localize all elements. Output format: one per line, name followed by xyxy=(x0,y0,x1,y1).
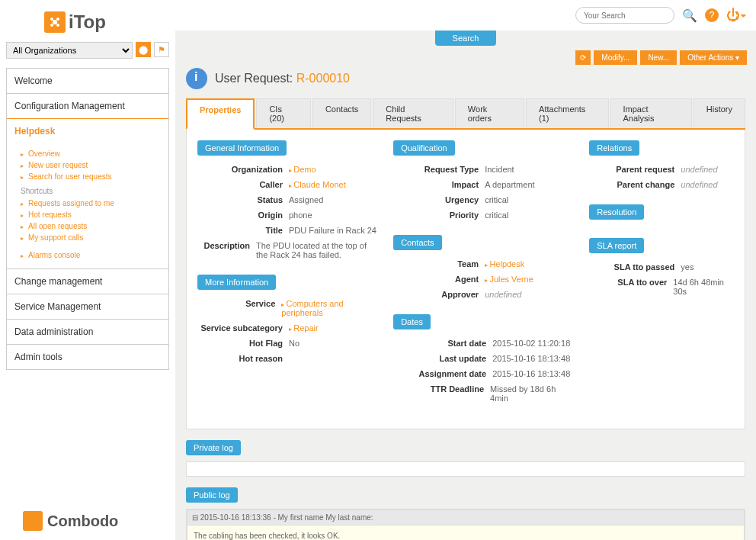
submenu-overview[interactable]: Overview xyxy=(28,149,60,158)
modify-button[interactable]: Modify... xyxy=(594,50,637,65)
org-select[interactable]: All Organizations xyxy=(6,42,133,59)
menu-helpdesk[interactable]: Helpdesk xyxy=(7,118,168,144)
section-dates: Dates xyxy=(393,314,431,329)
search-input[interactable] xyxy=(575,7,674,24)
help-icon[interactable]: ? xyxy=(705,8,719,22)
other-actions-button[interactable]: Other Actions ▾ xyxy=(680,50,747,65)
tab-attachments[interactable]: Attachments (1) xyxy=(526,98,608,128)
subcat-link[interactable]: Repair xyxy=(289,323,319,333)
section-public-log: Public log xyxy=(186,487,238,503)
page-title: User Request: R-000010 xyxy=(186,68,745,89)
search-toggle[interactable]: Search xyxy=(435,31,496,46)
submenu-alarms[interactable]: Alarms console xyxy=(28,251,80,259)
request-icon xyxy=(186,68,207,89)
submenu-hot[interactable]: Hot requests xyxy=(28,211,72,219)
tab-child[interactable]: Child Requests xyxy=(373,98,453,128)
logo-icon xyxy=(44,11,66,33)
refresh-button[interactable]: ⟳ xyxy=(575,50,591,65)
section-contacts: Contacts xyxy=(393,235,441,250)
tab-properties[interactable]: Properties xyxy=(186,98,255,130)
topbar: 🔍 ? ⏻▾ xyxy=(175,0,756,31)
tab-history[interactable]: History xyxy=(694,98,745,128)
footer-logo: Combodo xyxy=(23,511,118,531)
log-entry-header[interactable]: 2015-10-16 18:13:36 - My first name My l… xyxy=(187,509,745,526)
search-icon[interactable]: 🔍 xyxy=(682,8,697,23)
tab-impact[interactable]: Impact Analysis xyxy=(610,98,692,128)
menu-service[interactable]: Service Management xyxy=(7,294,168,320)
logo: iTop xyxy=(44,11,169,33)
submenu-mycalls[interactable]: My support calls xyxy=(28,233,83,242)
team-link[interactable]: Helpdesk xyxy=(485,259,524,268)
agent-link[interactable]: Jules Verne xyxy=(485,275,533,284)
caller-link[interactable]: Claude Monet xyxy=(289,180,346,189)
tabs: Properties CIs (20) Contacts Child Reque… xyxy=(186,98,745,130)
tab-contacts[interactable]: Contacts xyxy=(312,98,371,128)
section-resolution: Resolution xyxy=(589,204,644,220)
submenu-open[interactable]: All open requests xyxy=(28,222,87,230)
section-general: General Information xyxy=(197,140,287,156)
menu-welcome[interactable]: Welcome xyxy=(7,69,168,94)
submenu-assigned[interactable]: Requests assigned to me xyxy=(28,199,114,207)
submenu-shortcuts-head: Shortcuts xyxy=(21,187,168,195)
org-pin-button[interactable]: ⚑ xyxy=(154,42,169,57)
submenu-search-requests[interactable]: Search for user requests xyxy=(28,172,112,181)
menu-dataadmin[interactable]: Data administration xyxy=(7,320,168,345)
private-log-box xyxy=(186,461,745,477)
log-entry-body: The cabling has been checked, it looks O… xyxy=(187,526,745,540)
menu-admin[interactable]: Admin tools xyxy=(7,345,168,369)
org-link[interactable]: Demo xyxy=(289,165,316,174)
sidebar-menu: Welcome Configuration Management Helpdes… xyxy=(6,68,169,370)
power-icon[interactable]: ⏻▾ xyxy=(726,8,747,24)
tab-work[interactable]: Work orders xyxy=(455,98,524,128)
new-button[interactable]: New... xyxy=(640,50,677,65)
combodo-icon xyxy=(23,511,43,531)
section-private-log: Private log xyxy=(186,440,241,455)
org-apply-button[interactable]: ⬤ xyxy=(136,42,151,57)
submenu-helpdesk: Overview New user request Search for use… xyxy=(7,143,168,269)
service-link[interactable]: Computers and peripherals xyxy=(281,299,378,317)
menu-config[interactable]: Configuration Management xyxy=(7,94,168,119)
section-qual: Qualification xyxy=(393,140,455,156)
request-id: R-000010 xyxy=(296,72,350,85)
submenu-new-request[interactable]: New user request xyxy=(28,161,88,169)
logo-text: iTop xyxy=(69,11,106,33)
section-relations: Relations xyxy=(589,140,639,156)
section-more: More Information xyxy=(197,275,276,290)
menu-change[interactable]: Change management xyxy=(7,269,168,294)
section-sla: SLA report xyxy=(589,238,644,253)
tab-cis[interactable]: CIs (20) xyxy=(256,98,311,128)
